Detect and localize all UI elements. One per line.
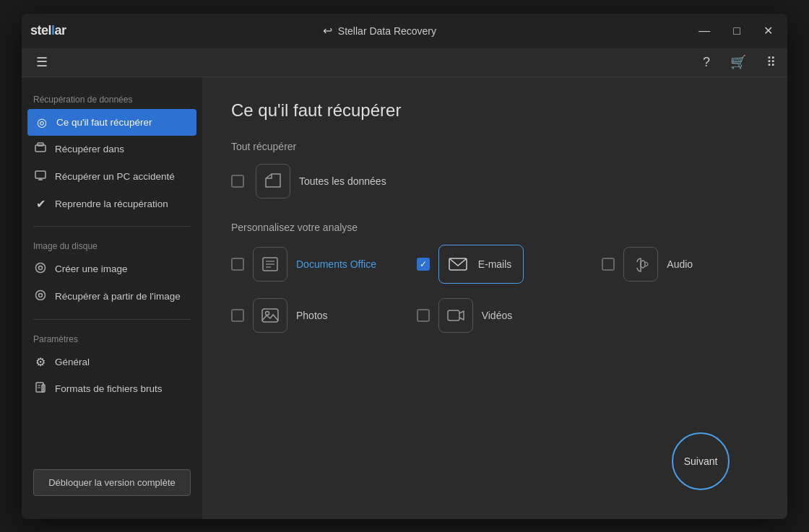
create-image-icon — [33, 262, 48, 276]
raw-formats-icon — [33, 382, 48, 396]
sidebar-section-params: Paramètres — [22, 328, 202, 349]
svg-point-20 — [266, 311, 269, 315]
next-btn-container: Suivant — [672, 432, 730, 490]
menu-bar: ☰ ? 🛒 ⠿ — [22, 48, 787, 77]
sidebar-item-raw-formats[interactable]: Formats de fichiers bruts — [22, 375, 202, 403]
grid-item-emails: E-mails — [417, 245, 574, 284]
office-icon — [253, 247, 287, 282]
svg-point-18 — [641, 261, 645, 268]
sidebar-item-resume[interactable]: ✔ Reprendre la récupération — [22, 191, 202, 217]
recover-from-icon — [33, 142, 48, 157]
emails-icon — [445, 251, 471, 277]
videos-checkbox[interactable] — [417, 309, 430, 322]
sidebar-section-data: Récupération de données — [22, 89, 202, 109]
main-window: stellar ↩ Stellar Data Recovery — □ ✕ ☰ … — [22, 14, 787, 519]
title-bar: stellar ↩ Stellar Data Recovery — □ ✕ — [22, 14, 787, 48]
all-data-checkbox[interactable] — [231, 175, 244, 188]
videos-icon — [438, 298, 473, 333]
grid-item-audio: Audio — [602, 247, 758, 282]
sidebar-item-what-to-recover-label: Ce qu'il faut récupérer — [56, 117, 152, 128]
help-button[interactable]: ? — [700, 52, 713, 73]
page-title: Ce qu'il faut récupérer — [231, 100, 758, 121]
main-layout: Récupération de données ◎ Ce qu'il faut … — [22, 77, 787, 519]
sidebar-divider-1 — [33, 226, 191, 227]
sidebar-item-general[interactable]: ⚙ Général — [22, 349, 202, 375]
sidebar-item-create-image[interactable]: Créer une image — [22, 256, 202, 283]
menu-bar-right: ? 🛒 ⠿ — [700, 51, 779, 73]
audio-label: Audio — [667, 258, 693, 270]
what-to-recover-icon: ◎ — [35, 115, 49, 129]
emails-checkbox[interactable] — [417, 258, 430, 271]
sidebar-item-raw-formats-label: Formats de fichiers bruts — [55, 383, 163, 394]
photos-option: Photos — [253, 298, 328, 333]
photos-icon — [253, 298, 287, 333]
next-button[interactable]: Suivant — [672, 432, 730, 490]
grid-item-videos: Vidéos — [417, 298, 574, 333]
videos-label: Vidéos — [482, 310, 513, 321]
sidebar-item-recover-pc[interactable]: Récupérer un PC accidenté — [22, 163, 202, 191]
content-area: Ce qu'il faut récupérer Tout récupérer T… — [202, 77, 787, 519]
minimize-button[interactable]: — — [693, 22, 716, 40]
office-label: Documents Office — [296, 258, 376, 270]
sidebar-item-what-to-recover[interactable]: ◎ Ce qu'il faut récupérer — [27, 109, 196, 136]
svg-point-8 — [39, 293, 43, 297]
office-checkbox[interactable] — [231, 258, 244, 271]
sidebar-item-recover-image[interactable]: Récupérer à partir de l'image — [22, 283, 202, 310]
svg-rect-21 — [448, 310, 459, 320]
cart-button[interactable]: 🛒 — [727, 51, 749, 73]
photos-checkbox[interactable] — [231, 309, 244, 322]
all-data-icon — [256, 164, 290, 199]
sidebar-footer: Débloquer la version complète — [22, 458, 202, 507]
recover-pc-icon — [33, 170, 48, 184]
back-icon: ↩ — [323, 24, 332, 38]
recover-image-icon — [33, 289, 48, 304]
window-title: Stellar Data Recovery — [338, 25, 436, 37]
office-option: Documents Office — [253, 247, 376, 282]
title-bar-right: — □ ✕ — [693, 21, 779, 40]
audio-option: Audio — [623, 247, 693, 282]
svg-rect-1 — [38, 143, 43, 146]
sidebar-item-recover-image-label: Récupérer à partir de l'image — [55, 291, 181, 302]
all-data-label: Toutes les données — [299, 175, 386, 187]
title-bar-left: stellar — [30, 23, 66, 38]
all-data-option: Toutes les données — [256, 164, 386, 199]
svg-rect-2 — [35, 171, 46, 178]
sidebar-item-resume-label: Reprendre la récupération — [55, 199, 168, 209]
svg-point-5 — [36, 263, 46, 272]
sidebar-item-create-image-label: Créer une image — [55, 263, 128, 274]
videos-option: Vidéos — [438, 298, 513, 333]
general-icon: ⚙ — [33, 355, 48, 369]
photos-label: Photos — [296, 310, 328, 321]
resume-icon: ✔ — [33, 197, 48, 211]
title-bar-center: ↩ Stellar Data Recovery — [323, 24, 436, 38]
close-button[interactable]: ✕ — [758, 21, 779, 40]
sidebar-item-general-label: Général — [55, 357, 90, 367]
section-custom-label: Personnalisez votre analyse — [231, 222, 758, 233]
audio-checkbox[interactable] — [602, 258, 615, 271]
svg-rect-19 — [262, 309, 278, 322]
personalize-grid: Documents Office E-mails — [231, 245, 758, 333]
hamburger-button[interactable]: ☰ — [30, 51, 53, 73]
audio-icon — [623, 247, 658, 282]
sidebar-divider-2 — [33, 319, 191, 320]
sidebar-item-recover-pc-label: Récupérer un PC accidenté — [55, 171, 175, 182]
grid-item-photos: Photos — [231, 298, 388, 333]
section-all-label: Tout récupérer — [231, 141, 758, 152]
sidebar-item-recover-from-label: Récupérer dans — [55, 144, 124, 154]
maximize-button[interactable]: □ — [727, 22, 746, 40]
svg-point-7 — [36, 290, 46, 300]
emails-label: E-mails — [478, 258, 512, 270]
svg-point-6 — [39, 266, 43, 269]
app-logo: stellar — [30, 23, 66, 38]
emails-option: E-mails — [438, 245, 524, 284]
apps-button[interactable]: ⠿ — [763, 51, 779, 73]
unlock-button[interactable]: Débloquer la version complète — [33, 469, 191, 496]
grid-item-office: Documents Office — [231, 247, 388, 282]
recover-all-row: Toutes les données — [231, 164, 758, 199]
sidebar-section-image: Image du disque — [22, 235, 202, 256]
sidebar-item-recover-from[interactable]: Récupérer dans — [22, 136, 202, 163]
sidebar: Récupération de données ◎ Ce qu'il faut … — [22, 77, 202, 519]
